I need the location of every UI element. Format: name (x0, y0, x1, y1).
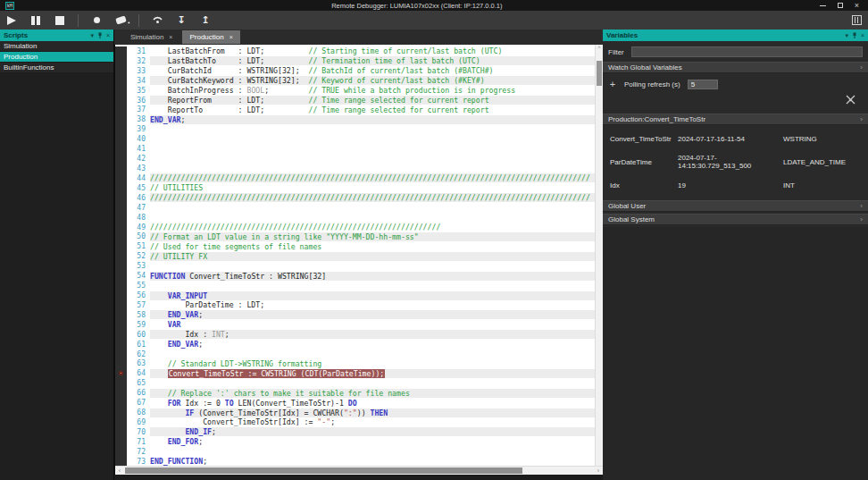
variable-section-header[interactable]: Global System› (603, 214, 868, 225)
breakpoint-gutter[interactable] (115, 388, 127, 398)
breakpoint-gutter[interactable] (115, 241, 127, 251)
code-editor[interactable]: 31 LastBatchFrom : LDT; // Starting time… (114, 45, 603, 475)
restore-icon[interactable] (838, 3, 843, 8)
breakpoint-gutter[interactable] (115, 368, 127, 378)
panel-menu-icon[interactable]: ▾ (845, 32, 848, 39)
tab-close-icon[interactable]: × (230, 34, 233, 40)
code-text[interactable]: Idx : INT; (150, 330, 595, 339)
code-text[interactable]: BatchInProgress : BOOL; // TRUE while a … (150, 86, 595, 95)
panel-close-icon[interactable]: × (106, 32, 110, 38)
sidebar-item-simulation[interactable]: Simulation (0, 41, 113, 52)
breakpoint-gutter[interactable] (115, 223, 127, 232)
add-watch-button[interactable]: + (608, 80, 617, 88)
breakpoint-gutter[interactable] (115, 154, 127, 164)
breakpoint-gutter[interactable] (115, 203, 127, 213)
breakpoint-gutter[interactable] (115, 105, 127, 115)
pause-button[interactable] (29, 14, 42, 27)
breakpoint-gutter[interactable] (115, 398, 127, 408)
close-icon[interactable]: × (855, 2, 859, 9)
breakpoint-gutter[interactable] (115, 56, 127, 66)
sidebar-item-builtinfunctions[interactable]: BuiltinFunctions (0, 63, 113, 73)
pin-icon[interactable] (852, 32, 857, 38)
breakpoint-marker[interactable] (119, 371, 123, 375)
breakpoint-gutter[interactable] (115, 114, 127, 124)
breakpoint-gutter[interactable] (115, 417, 127, 427)
code-text[interactable]: // UTILITY FX (150, 252, 595, 261)
run-button[interactable] (5, 14, 18, 27)
variable-section-header[interactable]: Production:Convert_TimeToStr› (603, 114, 868, 125)
code-text[interactable]: ReportFrom : LDT; // Time range selected… (150, 96, 595, 105)
minimize-icon[interactable] (820, 5, 826, 6)
code-text[interactable]: Convert_TimeToStr := CWSTRING (CDT(ParDa… (150, 369, 595, 378)
breakpoint-gutter[interactable] (115, 291, 127, 300)
scroll-right-icon[interactable]: › (594, 467, 603, 475)
vertical-scrollbar[interactable]: ˄ (595, 45, 603, 466)
breakpoint-gutter[interactable] (115, 408, 127, 417)
code-text[interactable]: VAR_INPUT (150, 291, 595, 300)
breakpoint-gutter[interactable] (115, 447, 127, 457)
watch-section-header[interactable]: Watch Global Variables › (603, 62, 868, 73)
breakpoint-gutter[interactable] (115, 271, 127, 281)
breakpoint-gutter[interactable] (115, 66, 127, 76)
breakpoint-gutter[interactable] (115, 349, 127, 359)
breakpoint-gutter[interactable] (115, 427, 127, 437)
breakpoint-gutter[interactable] (115, 183, 127, 193)
code-text[interactable]: ParDateTime : LDT; (150, 300, 595, 309)
breakpoint-gutter[interactable] (115, 310, 127, 320)
breakpoint-gutter[interactable] (115, 173, 127, 183)
sidebar-item-production[interactable]: Production (0, 52, 113, 63)
breakpoint-gutter[interactable] (115, 232, 127, 242)
download-button[interactable]: ↧ (175, 14, 188, 27)
code-text[interactable]: CurBatchId : WSTRING[32]; // BatchId of … (150, 66, 595, 75)
code-text[interactable]: IF (Convert_TimeToStr[Idx] = CWCHAR(":")… (150, 408, 595, 417)
breakpoint-gutter[interactable] (115, 124, 127, 134)
code-text[interactable]: ////////////////////////////////////////… (150, 193, 595, 202)
code-text[interactable]: LastBatchFrom : LDT; // Starting time of… (150, 46, 595, 55)
code-text[interactable]: ////////////////////////////////////////… (150, 223, 595, 232)
layout-columns-button[interactable] (850, 14, 863, 27)
breakpoint-gutter[interactable] (115, 340, 127, 349)
code-text[interactable]: END_FOR; (150, 437, 595, 446)
breakpoint-gutter[interactable] (115, 96, 127, 105)
breakpoint-gutter[interactable] (115, 359, 127, 369)
tab-simulation[interactable]: Simulation× (123, 30, 179, 44)
tab-production[interactable]: Production× (182, 30, 239, 44)
variable-row[interactable]: Convert_TimeToStr2024-07-17-16-11-54WSTR… (603, 127, 868, 150)
pin-icon[interactable] (97, 32, 103, 38)
code-text[interactable]: FUNCTION Convert_TimeToStr : WSTRING[32] (150, 272, 595, 281)
code-text[interactable]: ReportTo : LDT; // Time range selected f… (150, 105, 595, 114)
connect-button[interactable] (151, 14, 163, 27)
upload-button[interactable]: ↥ (199, 14, 212, 27)
variable-row[interactable]: Idx19INT (603, 173, 868, 197)
vertical-scroll-thumb[interactable] (597, 61, 602, 86)
stop-button[interactable] (54, 14, 66, 27)
horizontal-scrollbar[interactable]: ‹ › (115, 466, 603, 475)
code-text[interactable]: CurBatchKeyword : WSTRING[32]; // Keywor… (150, 76, 595, 85)
breakpoint-gutter[interactable] (115, 213, 127, 223)
scroll-up-icon[interactable]: ˄ (596, 45, 603, 51)
code-text[interactable]: // Replace ':' chars to make it suitable… (150, 389, 595, 398)
polling-input[interactable] (688, 80, 718, 89)
breakpoint-gutter[interactable] (115, 164, 127, 173)
breakpoint-gutter[interactable] (115, 457, 127, 466)
code-text[interactable]: // Format an LDT value in a string like … (150, 232, 595, 241)
breakpoint-gutter[interactable] (115, 437, 127, 447)
breakpoint-gutter[interactable] (115, 134, 127, 144)
code-text[interactable]: Convert_TimeToStr[Idx] := "-"; (150, 417, 595, 426)
breakpoint-gutter[interactable] (115, 320, 127, 330)
code-text[interactable]: // Used for time segments of file names (150, 242, 595, 251)
breakpoint-gutter[interactable] (115, 76, 127, 86)
breakpoint-gutter[interactable] (115, 378, 127, 388)
filter-input[interactable] (631, 46, 863, 57)
breakpoint-gutter[interactable] (115, 281, 127, 291)
variable-section-header[interactable]: Global User› (603, 200, 868, 212)
breakpoint-gutter[interactable] (115, 46, 127, 56)
breakpoint-gutter[interactable] (115, 330, 127, 340)
variable-row[interactable]: ParDateTime2024-07-17-14:15:30.729_513_5… (603, 150, 868, 173)
breakpoint-gutter[interactable] (115, 193, 127, 203)
code-text[interactable]: END_IF; (150, 427, 595, 436)
code-text[interactable]: // UTILITIES (150, 183, 595, 192)
code-text[interactable]: END_FUNCTION; (150, 457, 595, 466)
code-text[interactable]: ////////////////////////////////////////… (150, 173, 595, 182)
horizontal-scroll-thumb[interactable] (125, 467, 522, 474)
